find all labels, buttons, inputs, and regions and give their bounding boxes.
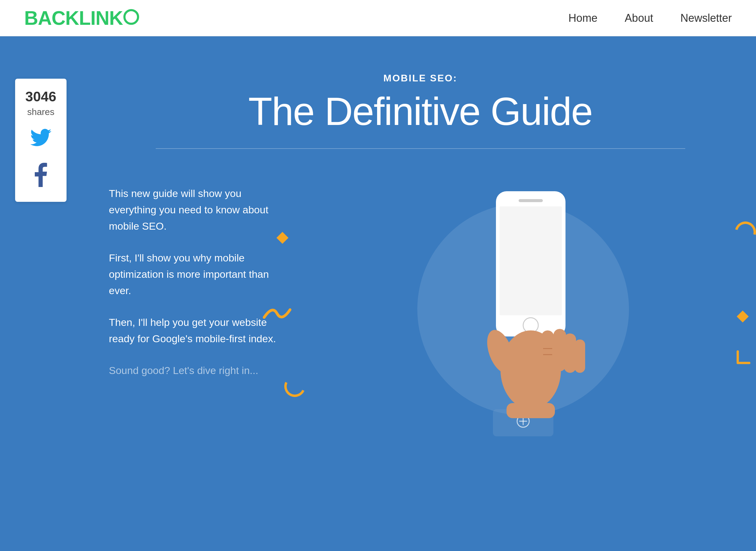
twitter-icon xyxy=(30,129,51,151)
logo-o-circle xyxy=(123,9,139,25)
nav-newsletter[interactable]: Newsletter xyxy=(680,12,732,24)
hero-text-block: This new guide will show you everything … xyxy=(109,173,290,394)
hero-divider xyxy=(156,148,685,149)
hero-body: This new guide will show you everything … xyxy=(109,173,732,445)
nav-about[interactable]: About xyxy=(625,12,653,24)
svg-rect-8 xyxy=(564,334,576,373)
deco-squiggle xyxy=(261,301,295,331)
hero-content: MOBILE SEO: The Definitive Guide xyxy=(109,67,732,149)
hero-paragraph-1: This new guide will show you everything … xyxy=(109,185,290,234)
phone-hand-svg xyxy=(448,182,599,418)
deco-diamond-2 xyxy=(737,311,749,323)
hero-section: 3046 shares MOBILE SEO: The Definitive G… xyxy=(0,36,756,551)
hero-paragraph-4: Sound good? Let's dive right in... xyxy=(109,362,290,379)
deco-corner xyxy=(735,349,756,367)
facebook-share-button[interactable] xyxy=(26,162,56,193)
svg-rect-1 xyxy=(519,199,543,202)
share-sidebar: 3046 shares xyxy=(15,79,67,202)
share-number: 3046 xyxy=(25,88,56,106)
deco-curl-top xyxy=(731,217,756,246)
svg-rect-12 xyxy=(507,403,555,418)
site-header: BACKLINK Home About Newsletter xyxy=(0,0,756,36)
svg-rect-9 xyxy=(575,340,585,373)
share-count-container: 3046 shares xyxy=(25,88,56,118)
hero-title: The Definitive Guide xyxy=(109,90,732,133)
facebook-icon xyxy=(34,163,47,192)
main-nav: Home About Newsletter xyxy=(569,12,732,24)
nav-home[interactable]: Home xyxy=(569,12,598,24)
site-logo[interactable]: BACKLINK xyxy=(24,7,139,29)
svg-rect-6 xyxy=(541,331,554,370)
phone-illustration xyxy=(314,173,732,445)
twitter-share-button[interactable] xyxy=(26,125,56,155)
logo-text: BACKLINK xyxy=(24,7,123,29)
hero-subtitle: MOBILE SEO: xyxy=(109,73,732,84)
hero-paragraph-2: First, I'll show you why mobile optimiza… xyxy=(109,249,290,299)
svg-rect-2 xyxy=(500,206,562,315)
share-label: shares xyxy=(27,107,54,117)
